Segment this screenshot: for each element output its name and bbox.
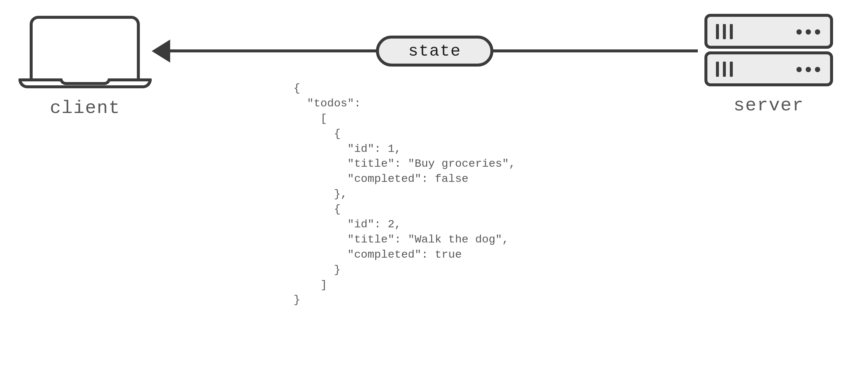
client-label: client [19,98,152,119]
server-unit-icon [705,52,833,86]
server-vents-icon [716,62,733,77]
server-stack-icon [705,14,833,86]
server-vents-icon [716,24,733,39]
state-pill: state [376,36,493,67]
state-payload-json: { "todos": [ { "id": 1, "title": "Buy gr… [293,81,516,308]
server-label: server [705,95,833,116]
laptop-icon [30,16,140,82]
laptop-notch-icon [59,78,111,85]
server-leds-icon [797,29,820,35]
server-unit-icon [705,14,833,49]
state-arrow-head-icon [152,39,170,63]
server-leds-icon [797,67,820,72]
